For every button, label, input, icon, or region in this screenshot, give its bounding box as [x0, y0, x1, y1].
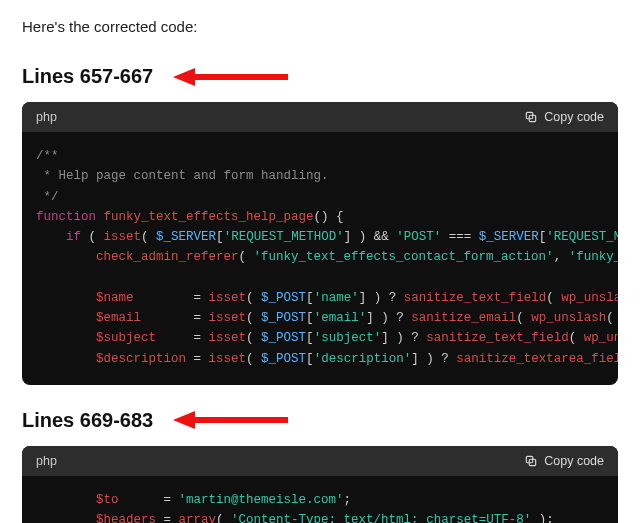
- arrow-left-icon: [173, 66, 293, 88]
- copy-code-button[interactable]: Copy code: [524, 110, 604, 124]
- code-block-1: php Copy code /** * Help page content an…: [22, 102, 618, 385]
- code-body-2: $to = 'martin@themeisle.com'; $headers =…: [22, 476, 618, 523]
- section-2-heading: Lines 669-683: [22, 409, 153, 432]
- svg-marker-5: [173, 411, 195, 429]
- section-1-heading: Lines 657-667: [22, 65, 153, 88]
- section-1-heading-row: Lines 657-667: [22, 65, 618, 88]
- copy-code-label: Copy code: [544, 454, 604, 468]
- copy-code-label: Copy code: [544, 110, 604, 124]
- copy-icon: [524, 110, 538, 124]
- arrow-left-icon: [173, 409, 293, 431]
- code-header-2: php Copy code: [22, 446, 618, 476]
- copy-code-button[interactable]: Copy code: [524, 454, 604, 468]
- section-2-heading-row: Lines 669-683: [22, 409, 618, 432]
- code-lang-label: php: [36, 110, 57, 124]
- intro-text: Here's the corrected code:: [22, 18, 618, 35]
- code-block-2: php Copy code $to = 'martin@themeisle.co…: [22, 446, 618, 523]
- copy-icon: [524, 454, 538, 468]
- svg-marker-1: [173, 68, 195, 86]
- code-lang-label: php: [36, 454, 57, 468]
- code-body-1: /** * Help page content and form handlin…: [22, 132, 618, 385]
- code-header-1: php Copy code: [22, 102, 618, 132]
